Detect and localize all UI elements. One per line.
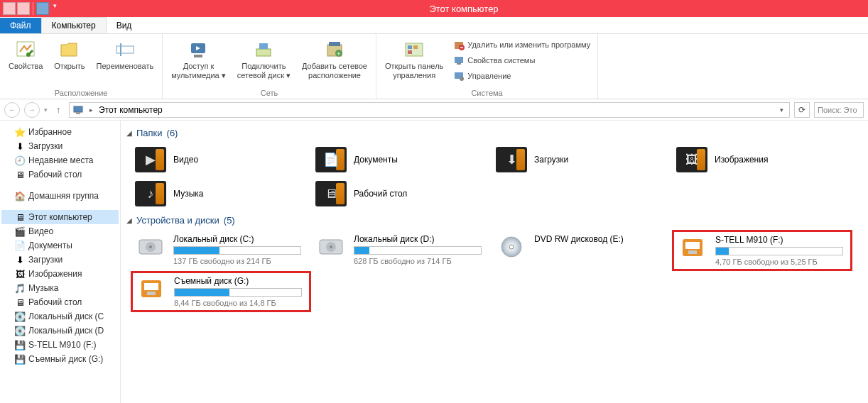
uninstall-button[interactable]: Удалить или изменить программу <box>450 38 593 52</box>
add-location-button[interactable]: + Добавить сетевоерасположение <box>298 36 371 87</box>
properties-icon <box>14 38 37 60</box>
qat-icon-1[interactable] <box>3 2 16 15</box>
sidebar-item[interactable]: 🖼Изображения <box>1 267 119 281</box>
folder-item[interactable]: ⬇Загрузки <box>492 143 672 177</box>
sidebar-item[interactable]: 🕘Недавние места <box>1 153 119 167</box>
sidebar-item[interactable]: 💾Съемный диск (G:) <box>1 352 119 366</box>
refresh-button[interactable]: ⟳ <box>794 102 810 118</box>
chevron-right-icon[interactable]: ▸ <box>87 106 96 114</box>
map-drive-icon <box>252 38 275 60</box>
svg-rect-6 <box>194 55 202 57</box>
pictures-icon: 🖼 <box>14 268 26 280</box>
system-properties-button[interactable]: Свойства системы <box>450 53 593 67</box>
add-location-icon: + <box>323 38 346 60</box>
sidebar-item[interactable]: ⬇Загрузки <box>1 139 119 153</box>
qat-icon-3[interactable] <box>36 2 49 15</box>
drive-item[interactable]: Локальный диск (D:)628 ГБ свободно из 71… <box>311 230 492 271</box>
address-bar[interactable]: ▸ Этот компьютер ▾ <box>69 102 790 118</box>
sidebar-item-label: Рабочий стол <box>28 297 82 307</box>
open-button[interactable]: Открыть <box>50 36 89 87</box>
folder-item[interactable]: 🖼Изображения <box>672 143 852 177</box>
qat-icon-2[interactable] <box>17 2 30 15</box>
sidebar-item[interactable]: 🎬Видео <box>1 224 119 238</box>
properties-button[interactable]: Свойства <box>4 36 47 87</box>
map-drive-label: Подключитьсетевой диск ▾ <box>237 62 291 80</box>
hdd-icon <box>315 234 347 260</box>
nav-forward-button[interactable]: → <box>24 102 40 118</box>
drive-item[interactable]: DVD RW дисковод (E:) <box>492 230 672 271</box>
chevron-down-icon: ▾ <box>222 71 226 79</box>
nav-back-button[interactable]: ← <box>4 102 20 118</box>
address-dropdown-icon[interactable]: ▾ <box>777 106 786 114</box>
drive-item[interactable]: S-TELL M910 (F:)4,70 ГБ свободно из 5,25… <box>672 230 852 271</box>
sidebar-favorites-header[interactable]: ⭐ Избранное <box>1 125 119 139</box>
drive-usage-bar <box>354 246 482 255</box>
svg-rect-38 <box>144 283 158 290</box>
folder-label: Документы <box>354 155 398 165</box>
drive-usage-bar <box>173 246 301 255</box>
music-icon: 🎵 <box>14 282 26 294</box>
sidebar-item[interactable]: ⬇Загрузки <box>1 253 119 267</box>
manage-label: Управление <box>467 72 511 80</box>
drive-usage-bar <box>715 247 843 255</box>
drive-free-text: 8,44 ГБ свободно из 14,8 ГБ <box>174 299 306 307</box>
media-access-button[interactable]: Доступ кмультимедиа ▾ <box>167 36 230 87</box>
svg-rect-2 <box>116 46 134 53</box>
folder-item[interactable]: 🖥Рабочий стол <box>311 177 492 211</box>
drive-item[interactable]: Съемный диск (G:)8,44 ГБ свободно из 14,… <box>131 271 311 312</box>
control-panel-button[interactable]: Открыть панельуправления <box>381 36 447 87</box>
tab-file[interactable]: Файл <box>0 18 41 33</box>
tab-computer[interactable]: Компьютер <box>41 17 107 33</box>
usb-icon <box>136 276 167 302</box>
map-drive-button[interactable]: Подключитьсетевой диск ▾ <box>233 36 295 87</box>
properties-label: Свойства <box>9 62 43 71</box>
tab-view[interactable]: Вид <box>107 18 142 33</box>
folder-icon: ♪ <box>135 181 166 206</box>
sidebar-item[interactable]: 🖥Рабочий стол <box>1 295 119 309</box>
address-location: Этот компьютер <box>99 105 163 115</box>
drive-item[interactable]: Локальный диск (C:)137 ГБ свободно из 21… <box>131 230 311 271</box>
sidebar-item-label: Документы <box>28 241 72 250</box>
drives-section-header[interactable]: ◢ Устройства и диски (5) <box>126 211 862 230</box>
ribbon-group-network-label: Сеть <box>167 87 371 99</box>
folder-icon: 🖼 <box>676 147 707 172</box>
folder-item[interactable]: 📄Документы <box>311 143 492 177</box>
search-input[interactable]: Поиск: Это <box>814 102 864 118</box>
folder-item[interactable]: ▶Видео <box>131 143 311 177</box>
svg-rect-39 <box>147 292 156 295</box>
sidebar: ⭐ Избранное ⬇Загрузки🕘Недавние места🖥Раб… <box>0 121 121 403</box>
system-props-icon <box>453 55 465 66</box>
control-panel-label: Открыть панельуправления <box>385 62 443 80</box>
desktop-icon: 🖥 <box>14 169 26 180</box>
sidebar-item[interactable]: 🖥Рабочий стол <box>1 167 119 182</box>
sidebar-item-label: Локальный диск (C <box>28 311 104 321</box>
folder-icon: ▶ <box>135 147 166 172</box>
nav-up-button[interactable]: ↑ <box>52 104 65 116</box>
sidebar-item[interactable]: 🎵Музыка <box>1 281 119 295</box>
svg-point-1 <box>26 53 31 57</box>
sidebar-homegroup-header[interactable]: 🏠 Домашняя группа <box>1 189 119 203</box>
sidebar-item[interactable]: 💽Локальный диск (D <box>1 324 119 338</box>
qat-dropdown-icon[interactable]: ▾ <box>50 2 60 15</box>
folders-section-header[interactable]: ◢ Папки (6) <box>126 123 862 143</box>
svg-rect-16 <box>408 50 412 54</box>
navbar: ← → ▾ ↑ ▸ Этот компьютер ▾ ⟳ Поиск: Это <box>0 99 868 121</box>
sidebar-thispc-header[interactable]: 🖥 Этот компьютер <box>1 210 119 224</box>
nav-history-dropdown[interactable]: ▾ <box>44 106 48 114</box>
sidebar-item[interactable]: 💾S-TELL M910 (F:) <box>1 338 119 352</box>
sidebar-item-label: Локальный диск (D <box>28 326 104 336</box>
sidebar-favorites: ⭐ Избранное ⬇Загрузки🕘Недавние места🖥Раб… <box>1 125 119 182</box>
folder-item[interactable]: ♪Музыка <box>131 177 311 211</box>
drives-grid: Локальный диск (C:)137 ГБ свободно из 21… <box>126 230 862 312</box>
sidebar-item[interactable]: 📄Документы <box>1 238 119 253</box>
rename-button[interactable]: Переименовать <box>92 36 158 87</box>
manage-button[interactable]: Управление <box>450 69 593 83</box>
rename-icon <box>114 38 136 60</box>
sidebar-item[interactable]: 💽Локальный диск (C <box>1 309 119 324</box>
docs-icon: 📄 <box>14 240 26 251</box>
ribbon-group-system: Открыть панельуправления Удалить или изм… <box>376 34 598 99</box>
content: ◢ Папки (6) ▶Видео📄Документы⬇Загрузки🖼Из… <box>121 121 868 403</box>
system-properties-label: Свойства системы <box>467 56 535 65</box>
star-icon: ⭐ <box>14 126 26 138</box>
sidebar-thispc: 🖥 Этот компьютер 🎬Видео📄Документы⬇Загруз… <box>1 210 119 366</box>
